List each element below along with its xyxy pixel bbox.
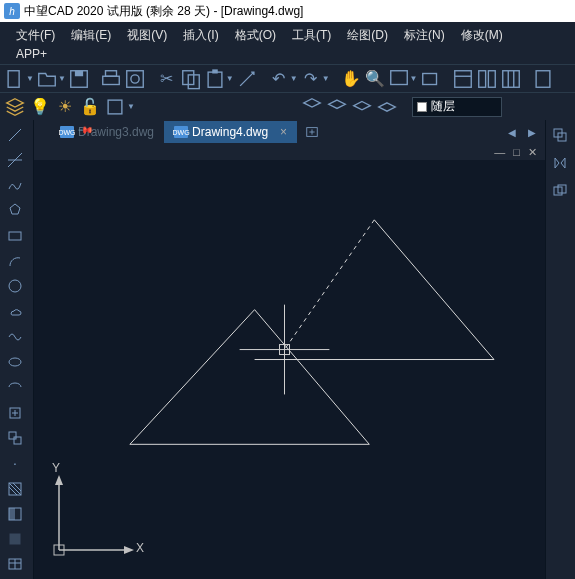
ellipse-tool[interactable]: [2, 352, 28, 373]
svg-rect-30: [14, 437, 21, 444]
cut-button[interactable]: ✂: [156, 68, 178, 90]
menu-draw[interactable]: 绘图(D): [339, 24, 396, 42]
calc-button[interactable]: [532, 68, 554, 90]
dropdown-icon[interactable]: ▼: [290, 74, 298, 83]
tab-scroll-right-button[interactable]: ▶: [523, 123, 541, 141]
paste-button[interactable]: [204, 68, 226, 90]
hatch-tool[interactable]: [2, 478, 28, 499]
menu-modify[interactable]: 修改(M): [453, 24, 511, 42]
dropdown-icon[interactable]: ▼: [410, 74, 418, 83]
menu-dimension[interactable]: 标注(N): [396, 24, 453, 42]
dropdown-icon[interactable]: ▼: [127, 102, 135, 111]
menu-tools[interactable]: 工具(T): [284, 24, 339, 42]
gradient-tool[interactable]: [2, 503, 28, 524]
save-button[interactable]: [68, 68, 90, 90]
copy-button[interactable]: [180, 68, 202, 90]
document-tabs: 📌 DWG Drawing3.dwg DWG Drawing4.dwg × ◀ …: [34, 120, 545, 144]
menu-app[interactable]: APP+: [8, 43, 55, 61]
tab-label: Drawing4.dwg: [192, 125, 268, 139]
design-center-button[interactable]: [476, 68, 498, 90]
new-button[interactable]: [4, 68, 26, 90]
spline-tool[interactable]: [2, 326, 28, 347]
menu-edit[interactable]: 编辑(E): [63, 24, 119, 42]
svg-rect-4: [105, 70, 116, 76]
mirror-tool[interactable]: [548, 152, 572, 174]
dropdown-icon[interactable]: ▼: [226, 74, 234, 83]
print-preview-button[interactable]: [124, 68, 146, 90]
line-tool[interactable]: [2, 124, 28, 145]
minimize-button[interactable]: —: [494, 146, 505, 158]
dwg-icon: DWG: [174, 126, 188, 138]
polygon-tool[interactable]: [2, 200, 28, 221]
layer-iso-button[interactable]: [301, 96, 323, 118]
svg-point-27: [9, 358, 21, 366]
properties-button[interactable]: [452, 68, 474, 90]
revcloud-tool[interactable]: [2, 301, 28, 322]
layer-off-button[interactable]: [351, 96, 373, 118]
point-tool[interactable]: ·: [2, 453, 28, 474]
layer-sun-icon[interactable]: ☀: [54, 96, 76, 118]
ellipse-arc-tool[interactable]: [2, 377, 28, 398]
close-button[interactable]: ✕: [528, 146, 537, 158]
zoom-realtime-button[interactable]: 🔍: [364, 68, 386, 90]
modify-toolbar: [545, 120, 575, 579]
tab-drawing3[interactable]: DWG Drawing3.dwg: [50, 121, 164, 143]
layer-manager-button[interactable]: [4, 96, 26, 118]
match-props-button[interactable]: [236, 68, 258, 90]
layer-color-combo[interactable]: 随层: [412, 97, 502, 117]
open-button[interactable]: [36, 68, 58, 90]
offset-tool[interactable]: [548, 180, 572, 202]
rectangle-tool[interactable]: [2, 225, 28, 246]
ucs-x-label: X: [136, 541, 144, 555]
dropdown-icon[interactable]: ▼: [322, 74, 330, 83]
tab-scroll-left-button[interactable]: ◀: [503, 123, 521, 141]
layer-toolbar: 💡 ☀ 🔓 ▼ 随层: [0, 92, 575, 120]
drawing-canvas[interactable]: Y X: [34, 160, 545, 579]
triangle-entity[interactable]: [130, 310, 369, 445]
layer-freeze-button[interactable]: [376, 96, 398, 118]
svg-rect-11: [390, 70, 407, 84]
color-swatch-icon: [417, 102, 427, 112]
tab-close-button[interactable]: ×: [280, 125, 287, 139]
layer-bulb-icon[interactable]: 💡: [29, 96, 51, 118]
dropdown-icon[interactable]: ▼: [26, 74, 34, 83]
polyline-tool[interactable]: [2, 175, 28, 196]
maximize-button[interactable]: □: [513, 146, 520, 158]
make-block-tool[interactable]: [2, 427, 28, 448]
tab-drawing4[interactable]: DWG Drawing4.dwg ×: [164, 121, 297, 143]
ucs-y-label: Y: [52, 461, 60, 475]
svg-rect-0: [8, 70, 19, 87]
new-tab-button[interactable]: [301, 121, 323, 143]
construction-line-tool[interactable]: [2, 149, 28, 170]
insert-block-tool[interactable]: [2, 402, 28, 423]
menu-format[interactable]: 格式(O): [227, 24, 284, 42]
redo-button[interactable]: ↷: [300, 68, 322, 90]
pan-button[interactable]: ✋: [340, 68, 362, 90]
table-tool[interactable]: [2, 554, 28, 575]
draw-toolbar: ·: [0, 120, 34, 579]
layer-state-button[interactable]: [104, 96, 126, 118]
menu-insert[interactable]: 插入(I): [175, 24, 226, 42]
undo-button[interactable]: ↶: [268, 68, 290, 90]
layer-prev-button[interactable]: [326, 96, 348, 118]
app-logo-icon: h: [4, 3, 20, 19]
layer-lock-icon[interactable]: 🔓: [79, 96, 101, 118]
dropdown-icon[interactable]: ▼: [58, 74, 66, 83]
region-tool[interactable]: [2, 529, 28, 550]
svg-line-22: [9, 129, 21, 141]
line-entity[interactable]: [374, 220, 494, 360]
main-area: · 📌 DWG Drawing3.dwg DWG Drawing4.dwg × …: [0, 120, 575, 579]
arc-tool[interactable]: [2, 250, 28, 271]
menu-view[interactable]: 视图(V): [119, 24, 175, 42]
svg-rect-13: [454, 70, 471, 87]
zoom-window-button[interactable]: [388, 68, 410, 90]
tool-palettes-button[interactable]: [500, 68, 522, 90]
menu-file[interactable]: 文件(F): [8, 24, 63, 42]
svg-rect-29: [9, 432, 16, 439]
copy-tool[interactable]: [548, 124, 572, 146]
svg-line-34: [13, 483, 21, 491]
zoom-previous-button[interactable]: [420, 68, 442, 90]
print-button[interactable]: [100, 68, 122, 90]
circle-tool[interactable]: [2, 276, 28, 297]
svg-rect-16: [488, 70, 495, 87]
